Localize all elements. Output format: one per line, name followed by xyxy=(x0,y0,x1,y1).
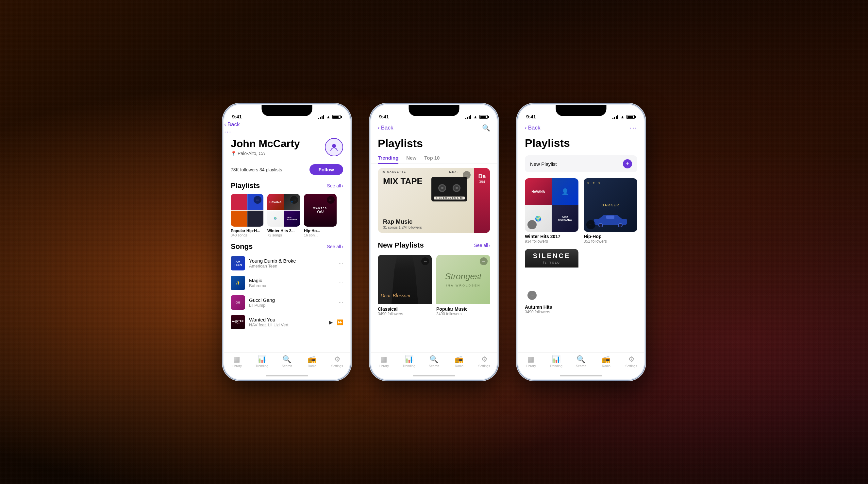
more-button-3[interactable]: ··· xyxy=(630,124,637,132)
follow-button[interactable]: Follow xyxy=(309,164,343,175)
back-button[interactable]: ‹ Back xyxy=(224,121,350,128)
followers-text: 78K followers 34 playlists xyxy=(231,167,282,172)
song-title-2: Magic xyxy=(249,278,335,283)
popular-card[interactable]: Strongest INA WROLDSEN ··· Popular Music… xyxy=(436,255,490,317)
ic-cassette-label: IC CASSETTE xyxy=(382,170,406,173)
tab-search-3[interactable]: 🔍 Search xyxy=(569,355,594,368)
screen-content-2: ‹ Back 🔍 Playlists Trending New Top 10 xyxy=(371,121,497,379)
playlist-card-hiphop2[interactable]: WANTED YoU ··· Hip-Ho... 16 son... xyxy=(304,194,337,237)
play-icon[interactable]: ▶ xyxy=(329,319,333,325)
search-button-2[interactable]: 🔍 xyxy=(482,124,490,132)
phone-3-screen: 9:41 ▲ xyxy=(518,105,644,379)
song-more-1[interactable]: ··· xyxy=(339,260,343,266)
featured-card[interactable]: IC CASSETTE N.R.1. MIX TAPE xyxy=(378,168,490,233)
playlist-more-btn[interactable]: ··· xyxy=(254,196,261,204)
radio-icon-2: 📻 xyxy=(455,355,463,364)
chevron-left-icon-2: ‹ xyxy=(378,124,380,131)
winter-more-btn[interactable]: ··· xyxy=(527,220,537,229)
hiphop-followers: 351 followers xyxy=(584,239,637,244)
winter-hits-followers: 934 followers xyxy=(525,239,579,244)
profile-avatar[interactable] xyxy=(325,138,343,156)
add-playlist-button[interactable]: + xyxy=(623,159,632,168)
popular-name: Popular Music xyxy=(436,307,490,312)
tab-library-3[interactable]: ▦ Library xyxy=(518,355,544,368)
tab-library-2[interactable]: ▦ Library xyxy=(371,355,396,368)
tab-radio-3[interactable]: 📻 Radio xyxy=(593,355,619,368)
notch xyxy=(262,105,312,116)
classical-more-btn[interactable]: ··· xyxy=(421,257,429,265)
library-icon-3: ▦ xyxy=(527,355,534,364)
skip-forward-icon[interactable]: ⏩ xyxy=(337,319,343,325)
playlists-section-header: Playlists See all › xyxy=(224,177,350,193)
song-item-2[interactable]: ✨ Magic Bahroma ··· xyxy=(224,273,350,293)
autumn-card[interactable]: SILENCE ft. TOLÜ ··· Autumn Hits 3490 fo… xyxy=(525,249,579,314)
profile-location: 📍 Palo-Alto, CA xyxy=(231,151,300,156)
location-pin-icon: 📍 xyxy=(231,151,236,156)
song-controls: ▶ ⏩ xyxy=(329,319,343,325)
tab-settings-2[interactable]: ⚙ Settings xyxy=(472,355,497,368)
chevron-right-icon-3: › xyxy=(489,243,490,248)
song-more-2[interactable]: ··· xyxy=(339,280,343,286)
playlist-more-btn-3[interactable]: ··· xyxy=(327,196,335,204)
tab-new-pill[interactable]: New xyxy=(406,152,416,164)
more-button[interactable]: ··· xyxy=(224,128,350,135)
back-button-2[interactable]: ‹ Back xyxy=(378,124,393,131)
playlists-header-2: Playlists xyxy=(371,135,497,152)
tab-radio-label-2: Radio xyxy=(455,364,463,368)
tab-search[interactable]: 🔍 Search xyxy=(275,355,300,368)
wifi-icon-2: ▲ xyxy=(473,114,477,119)
profile-name: John McCarty xyxy=(231,138,300,149)
song-title-4: Wanted You xyxy=(249,317,325,322)
song-item-1[interactable]: AM TEEN Young Dumb & Broke American Teen… xyxy=(224,253,350,273)
featured-more-btn[interactable]: ··· xyxy=(463,171,471,179)
song-info-1: Young Dumb & Broke American Teen xyxy=(249,258,335,268)
dear-blossom-text: Dear Blossom xyxy=(380,293,410,298)
playlist-name: Popular Hip-H... xyxy=(231,229,264,233)
back-label: Back xyxy=(227,121,240,128)
winter-hits-card[interactable]: HAVANA 👤 🌍 FATAMORGANA xyxy=(525,178,579,244)
song-item-4[interactable]: WANTEDYoU Wanted You NAV feat. Lil Uzi V… xyxy=(224,312,350,332)
playlist-card-winter[interactable]: HAVANA 👤 🌍 FATAMORGANA xyxy=(267,194,300,237)
new-playlist-bar[interactable]: New Playlist + xyxy=(525,155,637,172)
playlist-more-btn-2[interactable]: ··· xyxy=(290,196,298,204)
song-more-3[interactable]: ··· xyxy=(339,300,343,306)
playlist-card-hiphop[interactable]: ··· Popular Hip-H... 348 songs xyxy=(231,194,264,237)
tab-settings-3[interactable]: ⚙ Settings xyxy=(619,355,644,368)
tab-library[interactable]: ▦ Library xyxy=(224,355,249,368)
tab-settings[interactable]: ⚙ Settings xyxy=(324,355,350,368)
autumn-more-btn[interactable]: ··· xyxy=(527,291,537,300)
classical-card[interactable]: Dear Blossom ··· Classical 3490 follower… xyxy=(378,255,432,317)
new-playlists-title: New Playlists xyxy=(378,241,424,250)
back-button-3[interactable]: ‹ Back xyxy=(525,124,540,131)
mixtape-card: IC CASSETTE N.R.1. MIX TAPE xyxy=(378,168,474,233)
tab-radio[interactable]: 📻 Radio xyxy=(299,355,324,368)
tab-trending[interactable]: 📊 Trending xyxy=(249,355,275,368)
svg-point-2 xyxy=(599,223,602,227)
tab-trending-2[interactable]: 📊 Trending xyxy=(396,355,422,368)
new-playlists-see-all[interactable]: See all › xyxy=(474,243,490,248)
songs-see-all[interactable]: See all › xyxy=(327,244,343,249)
hiphop-thumb: ★ ★ ★ DARKER xyxy=(584,178,637,232)
hiphop-card[interactable]: ★ ★ ★ DARKER xyxy=(584,178,637,244)
winter-hits-name: Winter Hits 2017 xyxy=(525,234,579,239)
playlists-see-all[interactable]: See all › xyxy=(327,183,343,188)
home-indicator xyxy=(266,375,308,376)
tab-search-2[interactable]: 🔍 Search xyxy=(422,355,447,368)
tab-library-label-2: Library xyxy=(379,364,389,368)
tab-trending-label-3: Trending xyxy=(550,364,562,368)
tab-top10-pill[interactable]: Top 10 xyxy=(424,152,439,164)
song-thumb-3: GG xyxy=(231,295,245,310)
tab-radio-2[interactable]: 📻 Radio xyxy=(446,355,472,368)
hiphop-more-btn[interactable]: ··· xyxy=(586,220,595,229)
phone-1-screen: 9:41 ▲ xyxy=(224,105,350,379)
song-artist-2: Bahroma xyxy=(249,283,335,288)
song-info-4: Wanted You NAV feat. Lil Uzi Vert xyxy=(249,317,325,328)
song-item-3[interactable]: GG Gucci Gang Lil Pump ··· xyxy=(224,293,350,312)
radio-icon-3: 📻 xyxy=(602,355,611,364)
song-artist-3: Lil Pump xyxy=(249,303,335,308)
avatar-icon xyxy=(330,143,339,152)
tab-trending-3[interactable]: 📊 Trending xyxy=(544,355,569,368)
tab-trending-pill[interactable]: Trending xyxy=(378,152,398,164)
popular-more-btn[interactable]: ··· xyxy=(480,257,488,265)
battery-icon-3 xyxy=(626,115,636,119)
